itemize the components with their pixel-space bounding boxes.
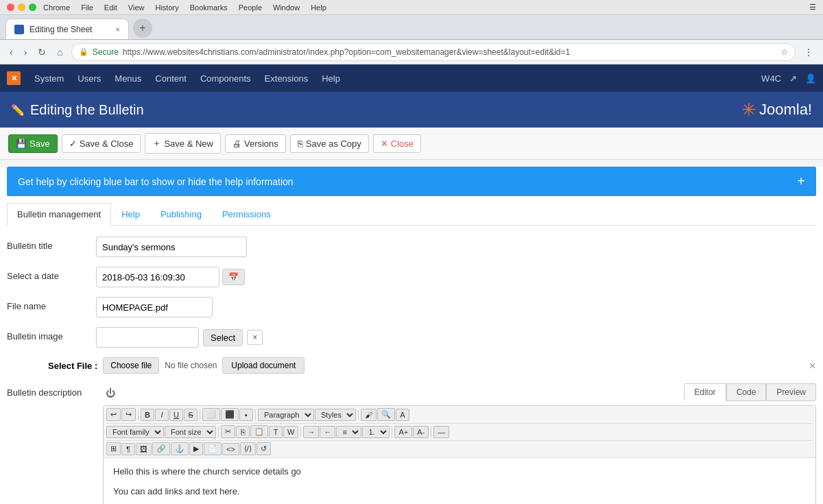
editor-indent-button[interactable]: →: [303, 426, 319, 438]
editor-font-size-select[interactable]: Font size: [165, 426, 216, 438]
bulletin-title-input[interactable]: [96, 237, 247, 257]
editor-bold-button[interactable]: B: [141, 409, 154, 421]
home-button[interactable]: ⌂: [54, 44, 65, 60]
mac-os-bar: Chrome File Edit View History Bookmarks …: [0, 0, 823, 15]
mac-menu-people[interactable]: People: [239, 3, 262, 12]
editor-paint-button[interactable]: 🖌: [361, 409, 377, 421]
help-bar[interactable]: Get help by clicking blue bar to show or…: [7, 167, 816, 196]
tab-permissions[interactable]: Permissions: [212, 203, 281, 226]
editor-image-button[interactable]: 🖼: [136, 443, 152, 455]
editor-link-button[interactable]: 🔗: [152, 442, 170, 455]
menu-system[interactable]: System: [34, 73, 64, 84]
versions-button[interactable]: 🖨 Versions: [225, 134, 286, 153]
editor-body[interactable]: Hello this is where the church service d…: [104, 458, 815, 504]
upload-document-button[interactable]: Upload document: [222, 357, 305, 374]
editor-list-select[interactable]: ≡: [336, 426, 361, 438]
mac-menu-edit[interactable]: Edit: [104, 3, 117, 12]
bulletin-image-input[interactable]: [96, 327, 199, 348]
editor-hr-button[interactable]: —: [433, 426, 449, 438]
editor-refresh-button[interactable]: ↺: [257, 442, 271, 455]
editor-paste-text-button[interactable]: T: [269, 426, 283, 438]
save-new-button[interactable]: ＋ Save & New: [145, 133, 221, 154]
w4c-icon[interactable]: ↗: [789, 73, 797, 84]
mac-menu-view[interactable]: View: [128, 3, 145, 12]
save-button[interactable]: 💾 Save: [8, 134, 58, 153]
editor-case-button[interactable]: A: [396, 409, 409, 421]
tab-close-button[interactable]: ×: [116, 25, 120, 34]
active-tab[interactable]: Editing the Sheet ×: [5, 19, 129, 39]
clear-image-button[interactable]: ×: [247, 330, 263, 345]
menu-extensions[interactable]: Extensions: [265, 73, 309, 84]
menu-content[interactable]: Content: [155, 73, 187, 84]
file-name-input[interactable]: [96, 297, 213, 317]
mac-menu-help[interactable]: Help: [311, 3, 326, 12]
editor-align-right-button[interactable]: ▪: [239, 409, 253, 421]
tab-bulletin-management[interactable]: Bulletin management: [7, 203, 111, 226]
editor-media-button[interactable]: ▶: [189, 442, 203, 455]
editor-power-icon[interactable]: ⏻: [103, 385, 118, 401]
editor-tab-preview[interactable]: Preview: [766, 383, 816, 401]
editor-anchor-button[interactable]: ⚓: [171, 442, 189, 455]
choose-file-button[interactable]: Choose file: [103, 357, 159, 374]
mac-close-dot[interactable]: [7, 3, 14, 11]
menu-menus[interactable]: Menus: [115, 73, 141, 84]
mac-menu-history[interactable]: History: [155, 3, 178, 12]
editor-outdent-button[interactable]: ←: [320, 426, 335, 438]
editor-cut-button[interactable]: ✂: [221, 425, 235, 438]
bookmark-star-icon[interactable]: ☆: [780, 47, 788, 57]
editor-strikethrough-button[interactable]: S: [184, 409, 198, 421]
editor-align-left-button[interactable]: ⬜: [202, 408, 220, 421]
save-as-copy-button[interactable]: ⎘ Save as Copy: [290, 134, 369, 153]
editor-source-button[interactable]: ⟨/⟩: [240, 442, 256, 455]
back-button[interactable]: ‹: [7, 44, 16, 60]
more-options-button[interactable]: ⋮: [801, 44, 816, 60]
no-file-text: No file chosen: [165, 361, 217, 370]
editor-table-button[interactable]: ⊞: [106, 442, 121, 455]
mac-minimize-dot[interactable]: [18, 3, 25, 11]
editor-code-button[interactable]: <>: [222, 443, 239, 455]
menu-help[interactable]: Help: [322, 73, 340, 84]
file-name-label: File name: [7, 297, 96, 311]
editor-font-family-select[interactable]: Font family: [106, 426, 164, 438]
editor-copy-button[interactable]: ⎘: [236, 426, 250, 438]
editor-char-button[interactable]: ¶: [121, 443, 135, 455]
editor-redo-button[interactable]: ↪: [121, 408, 136, 421]
editor-font-size-inc-button[interactable]: A+: [394, 426, 412, 438]
menu-users[interactable]: Users: [77, 73, 101, 84]
date-input[interactable]: [96, 267, 219, 287]
tab-publishing[interactable]: Publishing: [150, 203, 212, 226]
url-box[interactable]: 🔒 Secure https://www.websites4christians…: [71, 43, 796, 61]
tab-help[interactable]: Help: [111, 203, 150, 226]
joomla-logo: ✳ Joomla!: [741, 99, 812, 121]
mac-menu-file[interactable]: File: [81, 3, 93, 12]
editor-styles-select[interactable]: Styles: [315, 409, 356, 421]
calendar-button[interactable]: 📅: [222, 269, 245, 285]
mac-menu-chrome[interactable]: Chrome: [43, 3, 70, 12]
editor-italic-button[interactable]: I: [155, 409, 169, 421]
forward-button[interactable]: ›: [21, 44, 30, 60]
mac-menu-bookmarks[interactable]: Bookmarks: [190, 3, 228, 12]
close-button[interactable]: ✕ Close: [373, 134, 421, 153]
editor-doc-button[interactable]: 📄: [204, 442, 222, 455]
user-icon[interactable]: 👤: [805, 73, 816, 84]
editor-paragraph-select[interactable]: Paragraph: [258, 409, 314, 421]
editor-align-center-button[interactable]: ⬛: [221, 408, 239, 421]
mac-maximize-dot[interactable]: [29, 3, 36, 11]
save-close-button[interactable]: ✓ Save & Close: [62, 134, 141, 153]
mac-hamburger[interactable]: ☰: [809, 3, 816, 12]
editor-paste-word-button[interactable]: W: [283, 426, 298, 438]
editor-search-button[interactable]: 🔍: [377, 408, 395, 421]
editor-tab-editor[interactable]: Editor: [684, 383, 726, 401]
editor-underline-button[interactable]: U: [169, 409, 183, 421]
reload-button[interactable]: ↻: [35, 44, 49, 60]
editor-numlist-select[interactable]: 1.: [362, 426, 390, 438]
mac-menu-window[interactable]: Window: [273, 3, 300, 12]
menu-components[interactable]: Components: [200, 73, 251, 84]
editor-tab-code[interactable]: Code: [726, 383, 767, 401]
editor-undo-button[interactable]: ↩: [106, 408, 121, 421]
editor-paste-button[interactable]: 📋: [250, 425, 268, 438]
upload-close-icon[interactable]: ✕: [809, 361, 816, 371]
editor-font-size-dec-button[interactable]: A-: [413, 426, 429, 438]
new-tab-button[interactable]: +: [133, 19, 152, 38]
select-button[interactable]: Select: [203, 329, 243, 346]
